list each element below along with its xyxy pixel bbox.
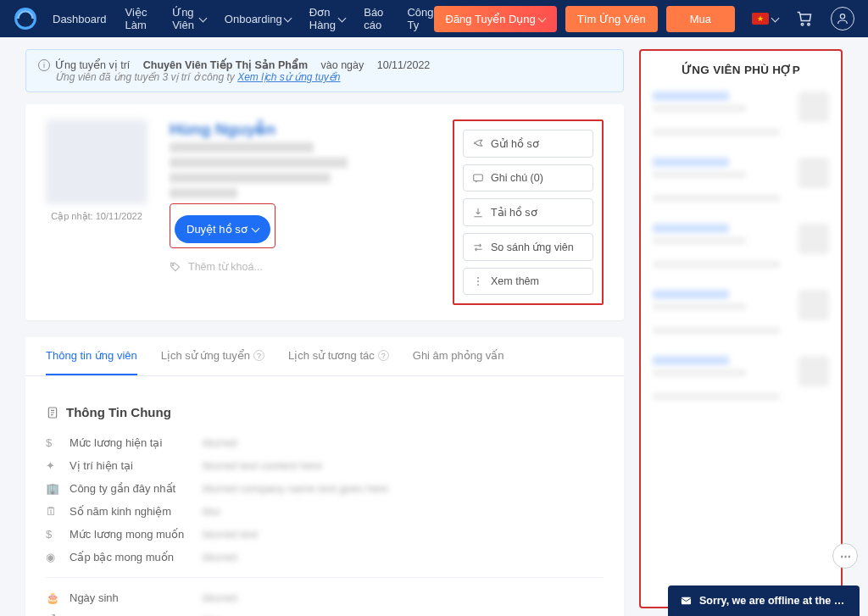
field-experience: Số năm kinh nghiệm bbox=[70, 505, 192, 518]
match-item[interactable] bbox=[653, 290, 829, 334]
match-item[interactable] bbox=[653, 224, 829, 268]
compare-button[interactable]: So sánh ứng viên bbox=[463, 233, 593, 261]
field-desired-salary: Mức lương mong muốn bbox=[70, 528, 192, 541]
tab-interaction[interactable]: Lịch sử tương tác? bbox=[288, 337, 389, 375]
position-icon: ✦ bbox=[46, 459, 59, 472]
matching-panel: ỨNG VIÊN PHÙ HỢP bbox=[639, 49, 843, 608]
tab-history[interactable]: Lịch sử ứng tuyển? bbox=[161, 337, 264, 375]
chevron-down-icon bbox=[200, 13, 206, 25]
tab-info[interactable]: Thông tin ứng viên bbox=[46, 337, 137, 375]
field-company: Công ty gần đây nhất bbox=[70, 482, 192, 495]
tabs: Thông tin ứng viên Lịch sử ứng tuyển? Lị… bbox=[25, 337, 624, 376]
compare-icon bbox=[472, 241, 484, 253]
doc-icon bbox=[46, 406, 59, 419]
tab-recording[interactable]: Ghi âm phỏng vấn bbox=[413, 337, 504, 375]
nav-company[interactable]: Công Ty bbox=[407, 6, 433, 31]
mail-icon bbox=[680, 594, 693, 608]
field-dob: Ngày sinh bbox=[70, 591, 192, 604]
find-candidate-button[interactable]: Tìm Ứng Viên bbox=[565, 6, 658, 32]
blurred-title bbox=[170, 142, 314, 153]
chevron-down-icon bbox=[285, 13, 291, 25]
logo[interactable] bbox=[14, 7, 37, 31]
section-general: Thông Tin Chung bbox=[46, 391, 604, 431]
chevron-down-icon bbox=[339, 13, 345, 25]
match-item[interactable] bbox=[653, 356, 829, 400]
svg-point-4 bbox=[172, 264, 174, 265]
nav-dashboard[interactable]: Dashboard bbox=[53, 13, 107, 25]
svg-rect-10 bbox=[682, 597, 691, 605]
nav-onboarding[interactable]: Onboarding bbox=[225, 13, 291, 25]
company-icon: 🏢 bbox=[46, 482, 59, 495]
blurred-extra bbox=[170, 188, 237, 198]
match-item[interactable] bbox=[653, 92, 829, 136]
salary-icon: $ bbox=[46, 436, 59, 449]
note-button[interactable]: Ghi chú (0) bbox=[463, 164, 593, 191]
post-job-button[interactable]: Đăng Tuyển Dụng bbox=[434, 6, 557, 32]
matching-title: ỨNG VIÊN PHÙ HỢP bbox=[653, 63, 829, 76]
candidate-name: Hùng Nguyễn bbox=[170, 119, 431, 139]
match-item[interactable] bbox=[653, 158, 829, 202]
application-alert: i Ứng tuyển vị trí Chuyên Viên Tiếp Thị … bbox=[25, 49, 624, 92]
send-profile-button[interactable]: Gửi hồ sơ bbox=[463, 130, 593, 158]
field-current-salary: Mức lương hiện tại bbox=[70, 436, 192, 449]
share-icon bbox=[472, 138, 484, 150]
svg-point-2 bbox=[808, 23, 810, 25]
user-menu[interactable] bbox=[831, 7, 854, 31]
chevron-down-icon bbox=[539, 13, 545, 25]
svg-point-6 bbox=[477, 277, 479, 279]
tag-icon bbox=[170, 261, 181, 273]
download-icon bbox=[472, 207, 484, 219]
more-icon bbox=[472, 275, 484, 287]
history-link[interactable]: Xem lịch sử ứng tuyển bbox=[237, 71, 340, 83]
nav-jobs[interactable]: Việc Làm bbox=[125, 6, 154, 31]
blurred-rating bbox=[170, 158, 348, 168]
actions-panel: Gửi hồ sơ Ghi chú (0) Tải hồ sơ So sánh … bbox=[453, 119, 604, 305]
svg-point-1 bbox=[801, 23, 804, 25]
help-icon: ? bbox=[253, 350, 264, 361]
blurred-email bbox=[170, 173, 331, 183]
chevron-down-icon bbox=[253, 223, 259, 236]
chat-widget[interactable]: Sorry, we are offline at the mo... bbox=[668, 585, 860, 616]
desired-salary-icon: $ bbox=[46, 528, 59, 541]
chevron-down-icon bbox=[772, 13, 778, 25]
nav-orders[interactable]: Đơn Hàng bbox=[309, 6, 345, 31]
svg-rect-5 bbox=[474, 175, 483, 181]
candidate-avatar bbox=[46, 119, 147, 204]
info-icon: i bbox=[38, 59, 50, 71]
cart-icon[interactable] bbox=[793, 8, 815, 30]
level-icon: ◉ bbox=[46, 551, 59, 563]
highlight-box: Duyệt hồ sơ bbox=[170, 203, 275, 248]
buy-button[interactable]: Mua bbox=[666, 6, 735, 32]
flag-vn-icon bbox=[752, 13, 769, 25]
updated-caption: Cập nhật: 10/11/2022 bbox=[46, 211, 147, 222]
note-icon bbox=[472, 172, 484, 184]
field-current-position: Vị trí hiện tại bbox=[70, 459, 192, 472]
field-level: Cấp bậc mong muốn bbox=[70, 551, 192, 563]
dob-icon: 🎂 bbox=[46, 591, 59, 604]
download-button[interactable]: Tải hồ sơ bbox=[463, 198, 593, 226]
help-icon: ? bbox=[378, 350, 389, 361]
approve-button[interactable]: Duyệt hồ sơ bbox=[175, 215, 270, 243]
svg-point-8 bbox=[477, 284, 479, 286]
language-switch[interactable] bbox=[752, 13, 778, 25]
nav-candidates[interactable]: Ứng Viên bbox=[172, 6, 206, 31]
add-keyword[interactable]: Thêm từ khoá... bbox=[170, 260, 431, 273]
exp-icon: 🗓 bbox=[46, 505, 59, 518]
svg-point-3 bbox=[840, 14, 844, 19]
more-button[interactable]: Xem thêm bbox=[463, 268, 593, 295]
nav-reports[interactable]: Báo cáo bbox=[364, 6, 388, 31]
svg-point-7 bbox=[477, 280, 479, 282]
floating-more-button[interactable]: ⋯ bbox=[832, 543, 858, 569]
chat-status: Sorry, we are offline at the mo... bbox=[699, 595, 848, 607]
